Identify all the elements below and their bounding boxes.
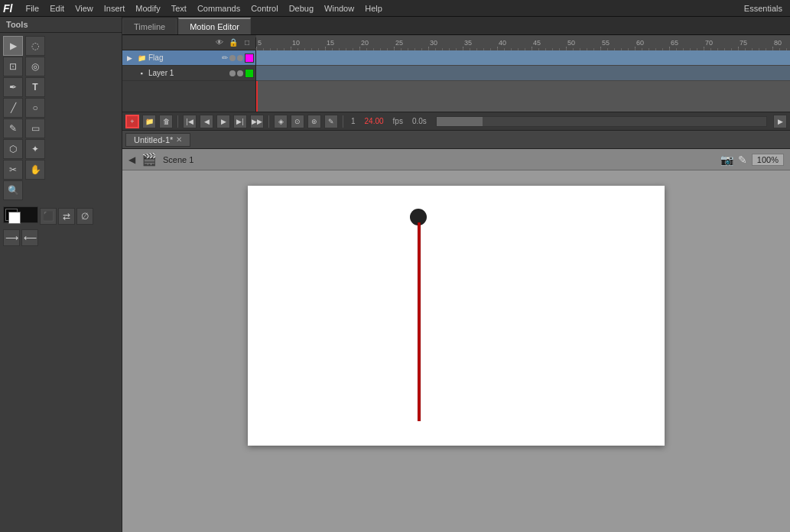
paint-bucket-tool[interactable]: ⬡	[3, 139, 23, 159]
eye-icon[interactable]: 👁	[214, 37, 225, 48]
black-white-btn[interactable]: ⬛	[40, 208, 57, 225]
layer-expand-icon[interactable]: ▶	[124, 53, 135, 63]
oval-tool[interactable]: ○	[25, 98, 45, 118]
brush-tool[interactable]: ▭	[25, 118, 45, 138]
doc-tab-bar: Untitled-1* ✕	[122, 131, 790, 149]
frame-ruler[interactable]	[256, 35, 790, 50]
layer-folder-icon: 📁	[136, 53, 147, 63]
visibility-dot-flag[interactable]	[229, 55, 236, 61]
lock-dot-flag[interactable]	[237, 55, 243, 61]
tab-motion-editor[interactable]: Motion Editor	[178, 18, 251, 34]
essentials-label: Essentials	[744, 4, 787, 13]
layer-color-1[interactable]	[245, 69, 254, 78]
fwd-btn[interactable]: ▶|	[233, 115, 247, 128]
new-layer-btn[interactable]: +	[125, 115, 139, 128]
menu-edit[interactable]: Edit	[44, 2, 70, 15]
outline-icon[interactable]: □	[242, 37, 252, 48]
stage-container[interactable]	[122, 170, 790, 532]
layer-expand-icon-1[interactable]	[124, 68, 135, 79]
menu-view[interactable]: View	[70, 2, 99, 15]
frame-number: 1	[348, 117, 359, 125]
right-panel: Timeline Motion Editor 👁 🔒 □	[122, 17, 790, 532]
doc-tab[interactable]: Untitled-1* ✕	[125, 133, 190, 147]
scroll-thumb[interactable]	[437, 117, 483, 126]
no-color-btn[interactable]: ∅	[76, 208, 93, 225]
doc-tab-label: Untitled-1*	[134, 135, 173, 144]
menu-control[interactable]: Control	[245, 2, 283, 15]
folder-btn[interactable]: 📁	[142, 115, 156, 128]
canvas-area: ◀ 🎬 Scene 1 📷 ✎ 100%	[122, 149, 790, 532]
onion-out-btn[interactable]: ⊚	[307, 115, 321, 128]
pen-tool[interactable]: ✒	[3, 77, 23, 97]
pencil-tool[interactable]: ✎	[3, 118, 23, 138]
menu-window[interactable]: Window	[319, 2, 359, 15]
zoom-display[interactable]: 100%	[752, 154, 784, 166]
lasso-tool[interactable]: ◎	[25, 57, 45, 76]
frame-area[interactable]	[256, 50, 790, 112]
tab-timeline[interactable]: Timeline	[122, 18, 177, 34]
free-transform-tool[interactable]: ⊡	[3, 57, 23, 76]
timeline-controls: + 📁 🗑 |◀ ◀ ▶ ▶| ▶▶ ◈ ⊙ ⊚ ✎ 1 24.00 fps 0…	[122, 112, 790, 130]
layer-controls-1	[229, 69, 254, 78]
pencil-icon[interactable]: ✏	[222, 54, 228, 62]
camera-icon[interactable]: 📷	[720, 154, 733, 166]
menu-file[interactable]: File	[20, 2, 44, 15]
timeline-layers: ▶ 📁 Flag ✏ ▪ Layer	[122, 50, 790, 112]
layer-name-1: Layer 1	[148, 69, 228, 77]
selection-tool[interactable]: ▶	[3, 36, 23, 56]
stroke-fill-swatch[interactable]	[3, 206, 38, 223]
swap-colors-btn[interactable]: ⇄	[58, 208, 75, 225]
zoom-tool[interactable]: 🔍	[3, 180, 23, 200]
hand-tool[interactable]: ✋	[25, 160, 45, 180]
lock-dot-1[interactable]	[237, 70, 243, 76]
menu-text[interactable]: Text	[166, 2, 192, 15]
visibility-dot-1[interactable]	[229, 70, 236, 76]
next-keyframe-btn[interactable]: ▶▶	[250, 115, 264, 128]
doc-tab-close[interactable]: ✕	[176, 135, 182, 144]
scene-bar-right: 📷 ✎ 100%	[720, 154, 784, 166]
timeline-scrollbar[interactable]	[436, 116, 767, 127]
layer-color-flag[interactable]	[245, 54, 254, 63]
scroll-right-btn[interactable]: ▶	[773, 115, 787, 128]
timeline-header: 👁 🔒 □	[122, 35, 790, 50]
layer-row-flag[interactable]: ▶ 📁 Flag ✏	[122, 50, 255, 66]
layer-row-1[interactable]: ▪ Layer 1	[122, 66, 255, 81]
extra-tools: ⟶ ⟵	[3, 229, 38, 246]
line-tool[interactable]: ╱	[3, 98, 23, 118]
back-arrow-icon[interactable]: ◀	[128, 154, 135, 165]
film-icon: 🎬	[141, 152, 157, 167]
bind-tool[interactable]: ⟵	[21, 229, 38, 246]
fps-display: 24.00	[362, 117, 387, 125]
tools-options: ⬛ ⇄ ∅ ⟶ ⟵	[0, 203, 122, 249]
fps-label: fps	[390, 117, 406, 125]
app-logo: Fl	[3, 2, 12, 15]
eyedropper-tool[interactable]: ✦	[25, 139, 45, 159]
tools-label: Tools	[0, 17, 122, 33]
tools-panel: Tools ▶ ◌ ⊡ ◎ ✒ T ╱ ○ ✎ ▭ ⬡ ✦ ✂ ✋ 🔍 ⬛ ⇄	[0, 17, 122, 532]
menu-modify[interactable]: Modify	[130, 2, 165, 15]
subselection-tool[interactable]: ◌	[25, 36, 45, 56]
layer-header: 👁 🔒 □	[122, 37, 256, 48]
stage[interactable]	[248, 186, 665, 446]
edit-scene-icon[interactable]: ✎	[738, 154, 747, 166]
lock-icon[interactable]: 🔒	[228, 37, 239, 48]
prev-keyframe-btn[interactable]: |◀	[183, 115, 197, 128]
menu-help[interactable]: Help	[359, 2, 388, 15]
scene-name[interactable]: Scene 1	[163, 155, 193, 164]
onion-btn[interactable]: ⊙	[291, 115, 304, 128]
timeline-panel: Timeline Motion Editor 👁 🔒 □	[122, 17, 790, 131]
eraser-tool[interactable]: ✂	[3, 160, 23, 180]
delete-layer-btn[interactable]: 🗑	[159, 115, 173, 128]
text-tool[interactable]: T	[25, 77, 45, 97]
menu-commands[interactable]: Commands	[192, 2, 245, 15]
time-display: 0.0s	[409, 117, 430, 125]
menu-debug[interactable]: Debug	[284, 2, 319, 15]
fill-color[interactable]	[8, 212, 21, 224]
main-layout: Tools ▶ ◌ ⊡ ◎ ✒ T ╱ ○ ✎ ▭ ⬡ ✦ ✂ ✋ 🔍 ⬛ ⇄	[0, 17, 790, 532]
edit-btn[interactable]: ✎	[324, 115, 338, 128]
back-btn[interactable]: ◀	[200, 115, 213, 128]
snap-btn[interactable]: ◈	[274, 115, 288, 128]
bone-tool[interactable]: ⟶	[3, 229, 20, 246]
menu-insert[interactable]: Insert	[99, 2, 131, 15]
play-btn[interactable]: ▶	[216, 115, 230, 128]
